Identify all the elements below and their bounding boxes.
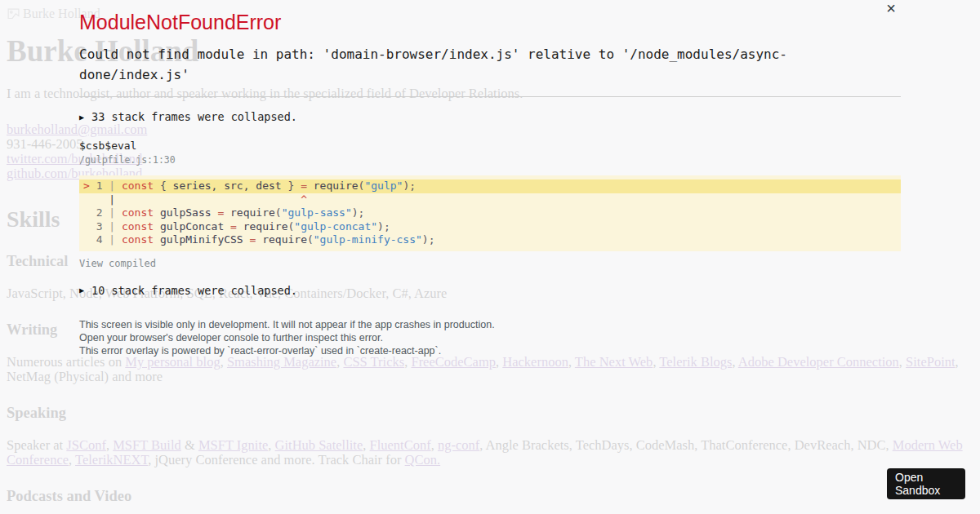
close-icon[interactable]: × [886,0,896,16]
code-line: 3 | const gulpConcat = require("gulp-con… [79,220,901,234]
open-sandbox-button[interactable]: Open Sandbox [887,468,965,499]
chevron-right-icon: ▶ [79,286,84,295]
collapsed-frames-bottom-label: 10 stack frames were collapsed. [91,284,297,297]
code-line: 2 | const gulpSass = require("gulp-sass"… [79,206,901,220]
chevron-right-icon: ▶ [79,113,84,122]
code-line: | ^ [79,193,901,207]
error-overlay-content: × ModuleNotFoundError Could not find mod… [79,0,901,357]
footer-line-powered-by: This error overlay is powered by `react-… [79,344,901,357]
error-overlay: × ModuleNotFoundError Could not find mod… [0,0,980,514]
code-frame: > 1 | const { series, src, dest } = requ… [79,175,901,251]
view-compiled-link[interactable]: View compiled [79,258,901,269]
collapsed-frames-top-label: 33 stack frames were collapsed. [91,110,297,123]
error-message: Could not find module in path: 'domain-b… [79,44,851,85]
collapsed-frames-bottom[interactable]: ▶ 10 stack frames were collapsed. [79,284,901,297]
error-type-title: ModuleNotFoundError [79,10,901,34]
overlay-divider [79,96,901,97]
stack-frame-location: /gulpfile.js:1:30 [79,154,901,166]
code-line: > 1 | const { series, src, dest } = requ… [79,179,901,193]
overlay-footer: This screen is visible only in developme… [79,318,901,357]
code-line: 4 | const gulpMinifyCSS = require("gulp-… [79,233,901,247]
stack-frame-eval[interactable]: $csb$eval /gulpfile.js:1:30 [79,140,901,166]
footer-line-console: Open your browser's developer console to… [79,331,901,344]
stack-frame-function: $csb$eval [79,140,901,152]
footer-line-dev-only: This screen is visible only in developme… [79,318,901,331]
collapsed-frames-top[interactable]: ▶ 33 stack frames were collapsed. [79,110,901,123]
